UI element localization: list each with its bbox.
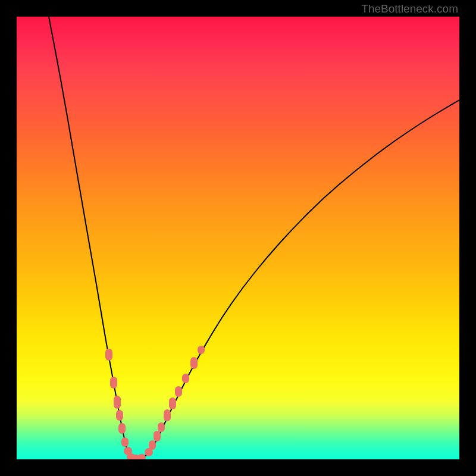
marker-point	[158, 422, 165, 432]
marker-point	[164, 409, 171, 421]
marker-point	[190, 357, 198, 369]
marker-point	[116, 410, 123, 421]
sausage-markers	[105, 346, 205, 459]
watermark-text: TheBottleneck.com	[361, 2, 458, 15]
marker-point	[182, 374, 189, 383]
marker-point	[137, 454, 146, 459]
marker-point	[110, 377, 117, 389]
marker-point	[169, 397, 176, 409]
marker-point	[154, 431, 161, 441]
markers-layer	[17, 17, 459, 459]
marker-point	[198, 346, 205, 354]
marker-point	[114, 396, 121, 409]
marker-point	[105, 349, 112, 361]
marker-point	[121, 437, 129, 447]
marker-point	[175, 386, 182, 397]
marker-point	[118, 423, 126, 434]
marker-point	[149, 440, 156, 450]
